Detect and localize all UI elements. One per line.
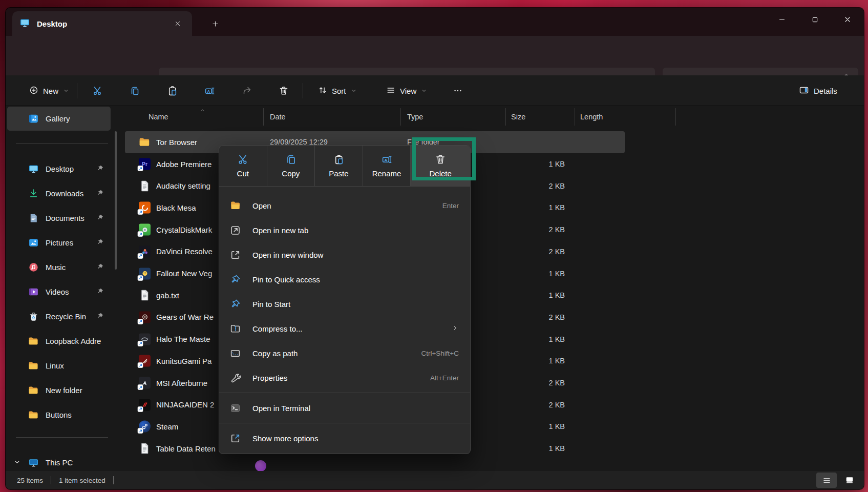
sidebar-scrollbar[interactable] (115, 131, 117, 270)
context-item-pin-to-quick-access[interactable]: Pin to Quick access (219, 267, 470, 292)
sidebar-item-label: Music (46, 263, 66, 272)
shortcut-badge-icon (138, 166, 143, 171)
sidebar-item-downloads[interactable]: Downloads (7, 181, 111, 206)
file-size: 2 KB (506, 394, 565, 416)
large-icons-view-button[interactable] (839, 473, 860, 488)
share-button[interactable] (236, 80, 258, 101)
file-name: NINJAGAIDEN 2 (156, 394, 214, 416)
crystaldiskmark-shortcut-icon (139, 224, 151, 236)
new-tab-button[interactable] (206, 16, 224, 31)
davinci-shortcut-icon (139, 245, 151, 257)
sidebar-item-this-pc[interactable]: This PC (7, 450, 111, 471)
videos-icon (28, 286, 39, 297)
context-item-properties[interactable]: PropertiesAlt+Enter (219, 365, 470, 390)
rename-button[interactable]: A (198, 80, 221, 101)
details-button-label: Details (814, 87, 837, 95)
sidebar-item-pictures[interactable]: Pictures (7, 231, 111, 255)
context-menu: CutCopyPasteARenameDelete OpenEnterOpen … (219, 145, 471, 454)
sidebar-item-videos[interactable]: Videos (7, 280, 111, 304)
sidebar-item-linux[interactable]: Linux (7, 354, 111, 378)
sort-button[interactable]: Sort (312, 80, 363, 101)
shortcut-badge-icon (138, 385, 143, 390)
chevron-right-icon (452, 324, 459, 333)
context-menu-separator (219, 423, 470, 423)
context-item-shortcut: Ctrl+Shift+C (421, 350, 459, 357)
minimize-button[interactable] (766, 8, 798, 31)
sidebar-item-gallery[interactable]: Gallery (7, 107, 111, 131)
desktop-icon (28, 163, 39, 174)
gears-shortcut-icon (139, 311, 151, 323)
rename-icon: A (382, 154, 392, 167)
sidebar-item-label: Pictures (46, 238, 73, 247)
file-size: 2 KB (506, 372, 565, 394)
context-quick-paste[interactable]: Paste (314, 146, 363, 186)
maximize-button[interactable] (798, 8, 831, 31)
context-item-label: Compress to... (252, 324, 303, 333)
new-button[interactable]: New (23, 80, 75, 101)
pin-icon (96, 312, 104, 321)
context-quick-copy[interactable]: Copy (267, 146, 315, 186)
sidebar-item-desktop[interactable]: Desktop (7, 157, 111, 181)
delete-button[interactable] (272, 80, 295, 101)
context-item-shortcut: Alt+Enter (430, 374, 459, 382)
context-item-open-in-terminal[interactable]: Open in Terminal (219, 396, 470, 420)
file-name: Gears of War Re (156, 306, 214, 329)
pin-icon (96, 165, 104, 174)
shortcut-badge-icon (138, 319, 143, 324)
fallout-shortcut-icon (139, 268, 151, 279)
folder-icon (28, 385, 39, 396)
context-item-label: Open in Terminal (252, 404, 310, 413)
file-name: Black Mesa (156, 197, 196, 219)
copy-icon (285, 154, 297, 167)
this-pc-icon (28, 457, 39, 468)
sidebar-item-recycle-bin[interactable]: Recycle Bin (7, 304, 111, 329)
context-item-label: Open (252, 201, 271, 210)
context-item-copy-as-path[interactable]: \..Copy as pathCtrl+Shift+C (219, 341, 470, 365)
cut-button[interactable] (86, 80, 109, 101)
context-item-open-in-new-window[interactable]: Open in new window (219, 242, 470, 267)
sidebar-item-loopback-addre[interactable]: Loopback Addre (7, 329, 111, 353)
folder-icon (139, 136, 151, 148)
cut-icon (237, 154, 248, 167)
close-button[interactable] (831, 8, 864, 31)
open-new-window-icon (230, 249, 242, 260)
sidebar-item-music[interactable]: Music (7, 255, 111, 279)
file-size: 1 KB (506, 350, 565, 372)
context-item-open-in-new-tab[interactable]: Open in new tab (219, 218, 470, 242)
tab-desktop[interactable]: Desktop (12, 11, 192, 36)
address-bar: Desktop (6, 36, 864, 75)
context-item-shortcut: Enter (442, 202, 459, 210)
file-size: 2 KB (506, 241, 565, 263)
halo-shortcut-icon (139, 333, 151, 345)
paste-icon (333, 154, 344, 167)
file-size: 2 KB (506, 175, 565, 197)
tab-bar: Desktop (6, 8, 864, 36)
gallery-icon (28, 113, 39, 124)
context-item-open[interactable]: OpenEnter (219, 193, 470, 218)
context-item-label: Pin to Start (252, 300, 290, 309)
details-pane-button[interactable]: Details (793, 80, 843, 101)
partially-visible-item-icon[interactable] (255, 460, 266, 471)
context-item-pin-to-start[interactable]: Pin to Start (219, 292, 470, 316)
context-item-show-more-options[interactable]: Show more options (219, 426, 470, 450)
context-quick-rename[interactable]: ARename (363, 146, 411, 186)
ninja-shortcut-icon (139, 399, 151, 411)
item-count: 25 items (17, 477, 43, 484)
new-button-label: New (43, 87, 58, 95)
chevron-down-icon[interactable] (13, 458, 21, 467)
tab-close-icon[interactable] (171, 16, 185, 31)
view-button[interactable]: View (380, 80, 433, 101)
context-item-compress-to-[interactable]: Compress to... (219, 316, 470, 341)
sidebar-item-new-folder[interactable]: New folder (7, 378, 111, 402)
sidebar-item-buttons[interactable]: Buttons (7, 403, 111, 427)
details-view-button[interactable] (816, 473, 837, 488)
context-item-label: Copy as path (252, 349, 298, 358)
copy-button[interactable] (123, 80, 146, 101)
context-quick-cut[interactable]: Cut (219, 146, 267, 186)
see-more-button[interactable] (448, 80, 468, 101)
sidebar-item-label: This PC (46, 458, 73, 467)
pin-icon (230, 274, 242, 285)
paste-button[interactable] (161, 80, 183, 101)
sidebar-item-documents[interactable]: Documents (7, 206, 111, 230)
context-item-label: Pin to Quick access (252, 275, 320, 284)
